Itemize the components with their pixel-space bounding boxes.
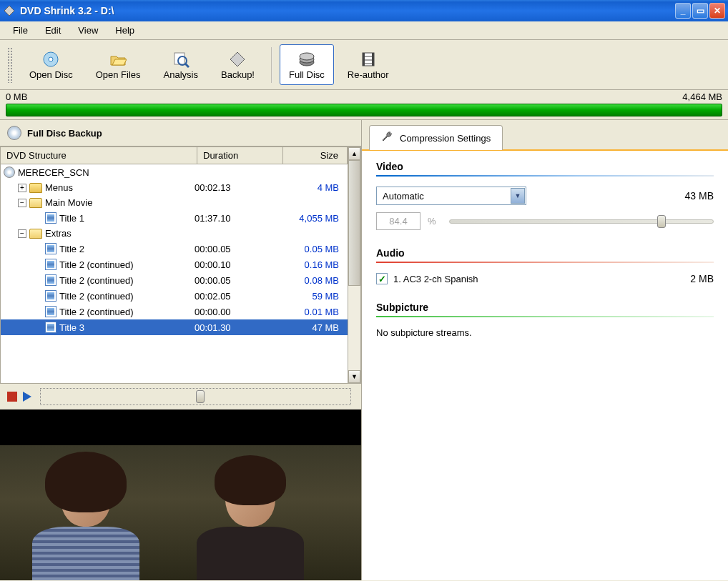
audio-divider: [376, 262, 714, 263]
tree-row-title2c[interactable]: Title 2 (continued) 00:00.05 0.08 MB: [1, 272, 348, 288]
chevron-down-icon[interactable]: ▼: [511, 188, 525, 204]
reauthor-button[interactable]: Re-author: [338, 44, 398, 85]
folder-open-icon: [29, 198, 42, 208]
expand-icon[interactable]: +: [18, 184, 26, 192]
video-size-value: 43 MB: [685, 190, 714, 202]
tree-row-title3[interactable]: Title 3 00:01.30 47 MB: [1, 319, 348, 335]
root-label: MERECER_SCN: [18, 167, 89, 178]
title2c-duration: 00:00.05: [195, 275, 280, 286]
menu-help[interactable]: Help: [108, 23, 142, 38]
subpicture-section-title: Subpicture: [376, 302, 714, 313]
menu-edit[interactable]: Edit: [38, 23, 68, 38]
slider-thumb[interactable]: [657, 215, 666, 228]
title-icon: [45, 212, 56, 224]
backup-button[interactable]: Backup!: [212, 44, 264, 85]
tree-row-main-movie[interactable]: −Main Movie: [1, 195, 348, 210]
full-disc-button[interactable]: Full Disc: [280, 44, 334, 85]
reauthor-label: Re-author: [348, 69, 389, 80]
col-duration[interactable]: Duration: [197, 147, 283, 164]
tree-row-root[interactable]: MERECER_SCN: [1, 164, 348, 180]
col-size[interactable]: Size: [283, 147, 348, 164]
film-icon: [360, 49, 377, 69]
menu-file[interactable]: File: [6, 23, 35, 38]
sizebar-progress: [6, 104, 722, 116]
audio-track-checkbox[interactable]: ✓: [376, 273, 388, 284]
title3-duration: 00:01.30: [195, 322, 280, 333]
slider-thumb[interactable]: [196, 390, 205, 403]
main-movie-label: Main Movie: [45, 197, 92, 208]
app-icon: [3, 4, 16, 17]
tree-row-menus[interactable]: +Menus 00:02.13 4 MB: [1, 180, 348, 195]
menus-duration: 00:02.13: [195, 182, 280, 193]
folder-icon: [29, 183, 42, 193]
tree-row-extras[interactable]: −Extras: [1, 226, 348, 241]
collapse-icon[interactable]: −: [18, 199, 26, 207]
menu-view[interactable]: View: [71, 23, 105, 38]
audio-size-value: 2 MB: [690, 273, 714, 284]
scroll-track[interactable]: [348, 160, 360, 370]
video-divider: [376, 175, 714, 177]
discs-icon: [298, 49, 315, 69]
open-disc-button[interactable]: Open Disc: [20, 44, 82, 85]
tree-row-title2d[interactable]: Title 2 (continued) 00:02.05 59 MB: [1, 288, 348, 304]
folder-open-icon: [29, 229, 42, 239]
analysis-button[interactable]: Analysis: [154, 44, 207, 85]
magnifier-icon: [172, 49, 190, 69]
play-button[interactable]: [23, 392, 31, 402]
compression-slider[interactable]: [449, 219, 714, 224]
title2e-duration: 00:00.00: [195, 307, 280, 317]
title1-size: 4,055 MB: [280, 213, 345, 224]
preview-slider[interactable]: [40, 388, 351, 405]
toolbar-handle[interactable]: [7, 47, 13, 83]
tree-scrollbar[interactable]: ▲ ▼: [348, 147, 360, 383]
open-files-button[interactable]: Open Files: [87, 44, 150, 85]
subpicture-divider: [376, 316, 714, 317]
dvd-structure-tree: DVD Structure Duration Size MERECER_SCN …: [0, 147, 361, 384]
svg-line-5: [185, 64, 189, 67]
percent-sign: %: [428, 216, 436, 227]
preview-video: [0, 409, 361, 580]
col-structure[interactable]: DVD Structure: [1, 147, 197, 164]
scroll-thumb[interactable]: [348, 160, 360, 286]
scroll-up-icon[interactable]: ▲: [348, 147, 360, 160]
tree-row-title1[interactable]: Title 1 01:37.10 4,055 MB: [1, 210, 348, 226]
window-title: DVD Shrink 3.2 - D:\: [20, 5, 675, 16]
sizebar-max-label: 4,464 MB: [682, 91, 722, 102]
title2-label: Title 2: [59, 244, 84, 254]
scroll-down-icon[interactable]: ▼: [348, 370, 360, 383]
svg-marker-0: [4, 6, 14, 16]
tree-row-title2b[interactable]: Title 2 (continued) 00:00.10 0.16 MB: [1, 257, 348, 272]
tree-row-title2[interactable]: Title 2 00:00.05 0.05 MB: [1, 241, 348, 257]
title2b-duration: 00:00.10: [195, 259, 280, 270]
extras-label: Extras: [45, 228, 72, 239]
full-disc-backup-title: Full Disc Backup: [27, 128, 102, 139]
tab-compression-settings[interactable]: Compression Settings: [369, 125, 503, 150]
compression-percent-input: 84.4: [376, 212, 420, 230]
toolbar: Open Disc Open Files Analysis Backup! Fu…: [0, 40, 728, 90]
title1-label: Title 1: [59, 213, 84, 224]
tree-row-title2e[interactable]: Title 2 (continued) 00:00.00 0.01 MB: [1, 304, 348, 319]
title2b-label: Title 2 (continued): [59, 259, 134, 270]
menus-label: Menus: [45, 182, 73, 193]
left-pane: Full Disc Backup DVD Structure Duration …: [0, 120, 362, 580]
collapse-icon[interactable]: −: [18, 229, 26, 238]
svg-point-2: [49, 57, 53, 61]
menus-size: 4 MB: [280, 182, 345, 193]
minimize-button[interactable]: _: [675, 3, 691, 19]
maximize-button[interactable]: ▭: [692, 3, 708, 19]
analysis-label: Analysis: [164, 69, 198, 80]
title3-size: 47 MB: [280, 322, 345, 333]
disc-small-icon: [4, 167, 15, 178]
disc-icon: [42, 49, 59, 69]
video-mode-select[interactable]: Automatic ▼: [376, 187, 526, 205]
title2e-size: 0.01 MB: [280, 307, 345, 317]
title2d-label: Title 2 (continued): [59, 291, 134, 302]
close-button[interactable]: ✕: [709, 3, 725, 19]
video-mode-value: Automatic: [377, 191, 510, 202]
folder-open-icon: [109, 49, 127, 69]
stop-button[interactable]: [7, 392, 17, 402]
backup-label: Backup!: [221, 69, 255, 80]
title-icon: [45, 306, 56, 317]
titlebar: DVD Shrink 3.2 - D:\ _ ▭ ✕: [0, 0, 728, 21]
tabs-row: Compression Settings: [362, 120, 728, 151]
